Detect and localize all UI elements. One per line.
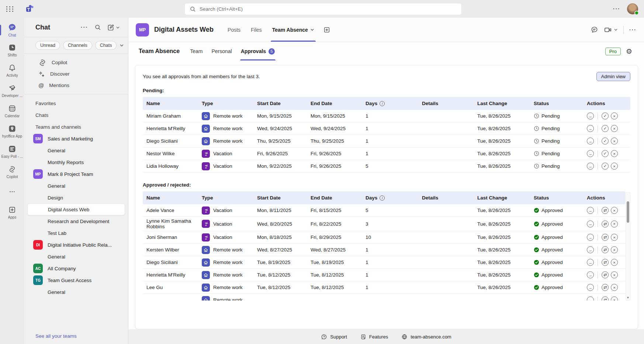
footer-link-features[interactable]: Features	[360, 334, 388, 340]
revert-action-icon[interactable]: ⇄	[602, 207, 609, 214]
filters-chevron-icon[interactable]	[120, 43, 124, 48]
reject-action-icon[interactable]: ×	[611, 246, 618, 253]
forward-action-icon[interactable]: →	[587, 112, 594, 119]
forward-action-icon[interactable]: →	[587, 125, 594, 132]
scrollbar-thumb[interactable]	[627, 201, 629, 223]
see-all-teams-link[interactable]: See all your teams	[24, 330, 128, 344]
topbar-more-icon[interactable]: ···	[613, 6, 620, 12]
reject-action-icon[interactable]: ×	[611, 125, 618, 132]
teams-logo-icon[interactable]	[25, 4, 35, 14]
revert-action-icon[interactable]: ⇄	[602, 271, 609, 278]
waffle-menu-icon[interactable]	[0, 6, 20, 12]
approve-action-icon[interactable]: ✓	[602, 163, 609, 170]
sidebar-section[interactable]: Teams and channels	[24, 121, 128, 133]
sidebar-channel-item[interactable]: Test Lab	[24, 227, 128, 239]
sidebar-team-item[interactable]: TG Team Guest Access	[24, 274, 128, 286]
chat-filter-more-icon[interactable]: ···	[81, 24, 88, 30]
admin-view-button[interactable]: Admin view	[596, 72, 630, 81]
revert-action-icon[interactable]: ⇄	[602, 284, 609, 291]
channel-tab-files[interactable]: Files	[246, 18, 267, 42]
filter-pill-unread[interactable]: Unread	[35, 41, 60, 50]
sidebar-channel-item[interactable]: General	[24, 286, 128, 298]
shortcut-discover[interactable]: Discover	[24, 68, 128, 80]
global-search[interactable]	[184, 3, 462, 15]
footer-link-team-absence-com[interactable]: team-absence.com	[401, 334, 451, 340]
reject-action-icon[interactable]: ×	[611, 259, 618, 266]
revert-action-icon[interactable]: ⇄	[602, 234, 609, 241]
reject-action-icon[interactable]: ×	[611, 284, 618, 291]
meet-now-button[interactable]	[604, 26, 618, 34]
reject-action-icon[interactable]: ×	[611, 271, 618, 278]
approve-action-icon[interactable]: ✓	[602, 150, 609, 157]
forward-action-icon[interactable]: →	[587, 284, 594, 291]
rail-item-shifts[interactable]: Shifts	[0, 40, 24, 60]
revert-action-icon[interactable]: ⇄	[602, 296, 609, 300]
rail-item-copilot[interactable]: Copilot	[0, 162, 24, 182]
chat-search-icon[interactable]	[94, 24, 101, 31]
new-chat-button[interactable]	[107, 24, 120, 31]
forward-action-icon[interactable]: →	[587, 138, 594, 145]
forward-action-icon[interactable]: →	[587, 271, 594, 278]
filter-pill-chats[interactable]: Chats	[95, 41, 117, 50]
sidebar-section[interactable]: Favorites	[24, 97, 128, 109]
app-tab-approvals[interactable]: Approvals5	[236, 42, 279, 60]
info-icon[interactable]: i	[380, 195, 385, 201]
reject-action-icon[interactable]: ×	[611, 220, 618, 227]
vertical-scrollbar[interactable]: ▼	[626, 192, 630, 300]
info-icon[interactable]: i	[380, 101, 385, 106]
revert-action-icon[interactable]: ⇄	[602, 220, 609, 227]
sidebar-channel-item[interactable]: General	[24, 251, 128, 263]
forward-action-icon[interactable]: →	[587, 296, 594, 300]
footer-link-support[interactable]: Support	[321, 334, 347, 340]
filter-pill-channels[interactable]: Channels	[63, 41, 92, 50]
sidebar-channel-item[interactable]: Monthly Reports	[24, 156, 128, 168]
sidebar-channel-item[interactable]: Design	[24, 192, 128, 204]
forward-action-icon[interactable]: →	[587, 220, 594, 227]
shortcut-copilot[interactable]: Copilot	[24, 57, 128, 68]
rail-item-calendar[interactable]: Calendar	[0, 101, 24, 121]
reject-action-icon[interactable]: ×	[611, 112, 618, 119]
forward-action-icon[interactable]: →	[587, 234, 594, 241]
approve-action-icon[interactable]: ✓	[602, 112, 609, 119]
reject-action-icon[interactable]: ×	[611, 138, 618, 145]
rail-item-chat[interactable]: Chat	[0, 20, 24, 40]
revert-action-icon[interactable]: ⇄	[602, 246, 609, 253]
approve-action-icon[interactable]: ✓	[602, 138, 609, 145]
user-avatar[interactable]	[627, 3, 638, 14]
app-tab-team[interactable]: Team	[186, 42, 207, 60]
forward-action-icon[interactable]: →	[587, 259, 594, 266]
shortcut-mentions[interactable]: @ Mentions	[24, 80, 128, 91]
sidebar-section[interactable]: Chats	[24, 109, 128, 121]
rail-item-apps[interactable]: Apps	[0, 202, 24, 223]
sidebar-channel-item[interactable]: General	[24, 180, 128, 192]
reject-action-icon[interactable]: ×	[611, 150, 618, 157]
scrollbar-down-arrow-icon[interactable]: ▼	[626, 296, 630, 299]
channel-tab-team-absence[interactable]: Team Absence	[267, 18, 319, 42]
sidebar-team-item[interactable]: DI Digital Initiative Public Rela...	[24, 239, 128, 251]
rail-item-developer[interactable]: Developer ...	[0, 81, 24, 101]
channel-more-icon[interactable]: ···	[629, 27, 637, 33]
rail-item-activity[interactable]: Activity	[0, 60, 24, 81]
forward-action-icon[interactable]: →	[587, 207, 594, 214]
sidebar-channel-item[interactable]: General	[24, 145, 128, 156]
sidebar-channel-item-selected[interactable]: Digital Assets Web	[27, 204, 125, 215]
approve-action-icon[interactable]: ✓	[602, 125, 609, 132]
reject-action-icon[interactable]: ×	[611, 296, 618, 300]
channel-tab-posts[interactable]: Posts	[222, 18, 246, 42]
app-tab-personal[interactable]: Personal	[207, 42, 236, 60]
rail-item-easypoll[interactable]: Easy Poll - ...	[0, 142, 24, 162]
reject-action-icon[interactable]: ×	[611, 207, 618, 214]
settings-gear-icon[interactable]: ⚙	[626, 48, 632, 55]
forward-action-icon[interactable]: →	[587, 163, 594, 170]
reject-action-icon[interactable]: ×	[611, 163, 618, 170]
revert-action-icon[interactable]: ⇄	[602, 259, 609, 266]
pro-badge[interactable]: Pro	[605, 48, 621, 55]
sidebar-team-item[interactable]: MP Mark 8 Project Team	[24, 168, 128, 180]
sidebar-channel-item[interactable]: Research and Development	[24, 215, 128, 227]
forward-action-icon[interactable]: →	[587, 150, 594, 157]
sidebar-team-item[interactable]: SM Sales and Marketing	[24, 133, 128, 145]
rail-item-more[interactable]	[0, 182, 24, 202]
search-input[interactable]	[200, 6, 457, 12]
forward-action-icon[interactable]: →	[587, 246, 594, 253]
rail-item-hyoffice[interactable]: hyoffice App	[0, 121, 24, 142]
